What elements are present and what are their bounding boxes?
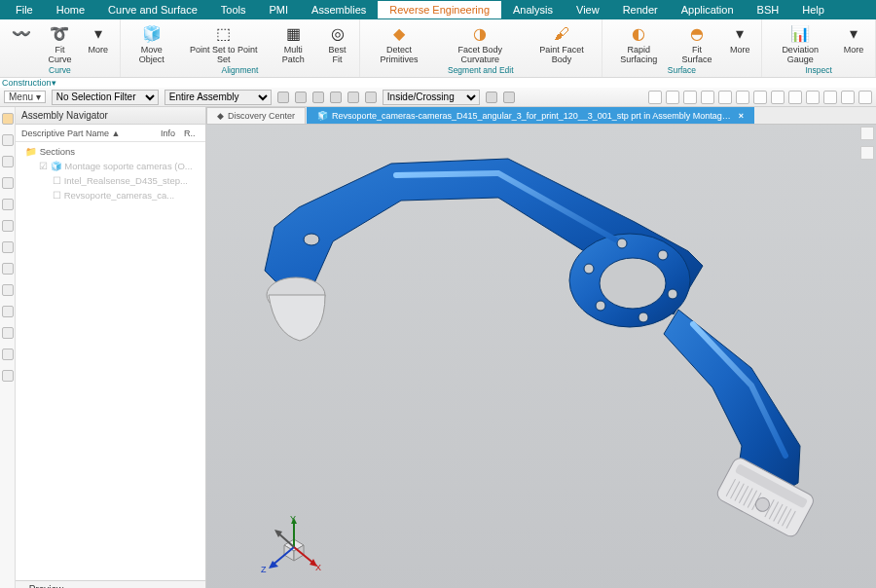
menu-item-render[interactable]: Render [611,1,670,18]
view-icon[interactable] [858,91,872,104]
menu-item-curve-and-surface[interactable]: Curve and Surface [96,1,209,18]
ribbon-btn-best-fit[interactable]: ◎Best Fit [321,21,353,65]
preview-toggle[interactable]: ▸ Preview [16,580,205,588]
toolbar-icon[interactable] [486,92,497,103]
resource-tab-icon[interactable] [2,134,14,146]
selection-rule-dropdown[interactable]: Inside/Crossing [383,90,480,105]
resource-tab-icon[interactable] [2,349,14,360]
resource-bar [0,107,16,588]
ribbon-btn-more[interactable]: ▾More [83,21,114,55]
menu-item-application[interactable]: Application [670,1,746,18]
menu-item-tools[interactable]: Tools [209,1,258,18]
tree-node[interactable]: ☑ 🧊 Montage soporte cameras (O... [19,159,201,173]
tree-node[interactable]: 📁 Sections [19,144,201,159]
menu-item-analysis[interactable]: Analysis [501,1,565,18]
toolbar-icon[interactable] [295,92,307,103]
view-icon[interactable] [718,91,732,104]
view-icon[interactable] [666,91,679,104]
resource-tab-icon[interactable] [2,156,14,167]
resource-tab-icon[interactable] [2,284,14,296]
nav-column-headers[interactable]: Descriptive Part Name ▲ Info R.. [16,125,205,142]
ribbon-btn-fit-surface[interactable]: ◓Fit Surface [675,21,718,65]
svg-point-9 [304,234,319,245]
toolbar-icon[interactable] [347,92,359,103]
selection-filter-dropdown[interactable]: No Selection Filter [52,90,159,105]
ribbon-btn-label: Fit Surface [677,46,716,65]
menu-item-home[interactable]: Home [45,1,96,18]
resource-tab-icon[interactable] [2,263,14,275]
ribbon-btn-rapid-surfacing[interactable]: ◐Rapid Surfacing [608,21,670,65]
ribbon-btn-fit-curve[interactable]: ➰Fit Curve [43,21,77,65]
resource-tab-icon[interactable] [2,241,14,253]
document-tab[interactable]: ◆Discovery Center [206,107,306,124]
col-part-name[interactable]: Descriptive Part Name ▲ [16,129,161,138]
view-icon[interactable] [841,91,855,104]
svg-point-6 [658,250,668,260]
col-r[interactable]: R.. [184,129,205,138]
view-triad[interactable]: Y X Z [261,518,319,578]
close-icon[interactable]: × [739,111,744,121]
view-icon[interactable] [823,91,837,104]
resource-tab-icon[interactable] [2,306,14,317]
view-icon[interactable] [806,91,820,104]
ribbon-btn-deviation-gauge[interactable]: 📊Deviation Gauge [768,21,832,65]
construction-dropdown[interactable]: Construction▾ [0,78,876,88]
menu-button[interactable]: Menu ▾ [4,91,46,103]
ribbon-btn-icon[interactable]: 〰️ [6,21,37,45]
ribbon-btn-label: Best Fit [323,46,351,65]
ribbon-btn-facet-body-curvature[interactable]: ◑Facet Body Curvature [438,21,523,65]
menu-item-pmi[interactable]: PMI [257,1,300,18]
menu-item-reverse-engineering[interactable]: Reverse Engineering [378,1,501,18]
right-tool-icon[interactable] [860,127,874,140]
ribbon-btn-label: Move Object [128,46,175,65]
view-icon[interactable] [701,91,714,104]
view-icon[interactable] [683,91,697,104]
toolbar-icon[interactable] [365,92,377,103]
toolbar-icon[interactable] [277,92,289,103]
ribbon-btn-label: Rapid Surfacing [610,46,668,65]
More-icon: ▾ [88,23,109,45]
ribbon-btn-more[interactable]: ▾More [724,21,755,55]
tree-node[interactable]: ☐ Revsoporte_cameras_ca... [19,188,201,202]
document-tab[interactable]: 🧊Revsoporte_cameras-cameras_D415_angular… [307,107,754,124]
assembly-scope-dropdown[interactable]: Entire Assembly [164,90,272,105]
svg-point-7 [617,239,627,248]
graphics-area: ◆Discovery Center🧊Revsoporte_cameras-cam… [206,107,876,588]
col-info[interactable]: Info [161,129,184,138]
assembly-tree[interactable]: 📁 Sections☑ 🧊 Montage soporte cameras (O… [16,142,205,580]
menu-item-help[interactable]: Help [790,1,836,18]
toolbar-icon[interactable] [330,92,342,103]
ribbon-btn-multi-patch[interactable]: ▦Multi Patch [271,21,315,65]
resource-tab-icon[interactable] [2,220,14,232]
ribbon-btn-detect-primitives[interactable]: ◆Detect Primitives [366,21,432,65]
menu-item-view[interactable]: View [565,1,611,18]
ribbon-group-surface: ◐Rapid Surfacing◓Fit Surface▾MoreSurface [602,19,763,77]
selection-toolbar: Menu ▾ No Selection Filter Entire Assemb… [0,88,876,107]
resource-tab-icon[interactable] [2,177,14,189]
ribbon-btn-move-object[interactable]: 🧊Move Object [127,21,177,65]
view-icon[interactable] [788,91,802,104]
3d-viewport[interactable]: Y X Z [206,125,876,588]
view-icon[interactable] [771,91,785,104]
menu-item-assemblies[interactable]: Assemblies [300,1,378,18]
ribbon-btn-more[interactable]: ▾More [838,21,869,55]
view-icon[interactable] [736,91,749,104]
view-icon[interactable] [648,91,662,104]
menu-item-bsh[interactable]: BSH [746,1,791,18]
ribbon-btn-paint-facet-body[interactable]: 🖌Paint Facet Body [529,21,596,65]
axis-y-label: Y [290,514,296,524]
ribbon-btn-point-set-to-point-set[interactable]: ⬚Point Set to Point Set [183,21,266,65]
resource-tab-icon[interactable] [2,199,14,210]
resource-tab-icon[interactable] [2,113,14,125]
ribbon-btn-label: Detect Primitives [368,46,430,65]
menu-item-file[interactable]: File [4,1,45,18]
toolbar-icon[interactable] [503,92,515,103]
right-tool-icon[interactable] [860,146,874,160]
tab-icon: ◆ [217,111,224,121]
tree-node[interactable]: ☐ Intel_Realsense_D435_step... [19,173,201,188]
toolbar-icon[interactable] [312,92,324,103]
resource-tab-icon[interactable] [2,327,14,339]
bracket-part[interactable] [265,159,816,539]
view-icon[interactable] [753,91,767,104]
resource-tab-icon[interactable] [2,370,14,382]
